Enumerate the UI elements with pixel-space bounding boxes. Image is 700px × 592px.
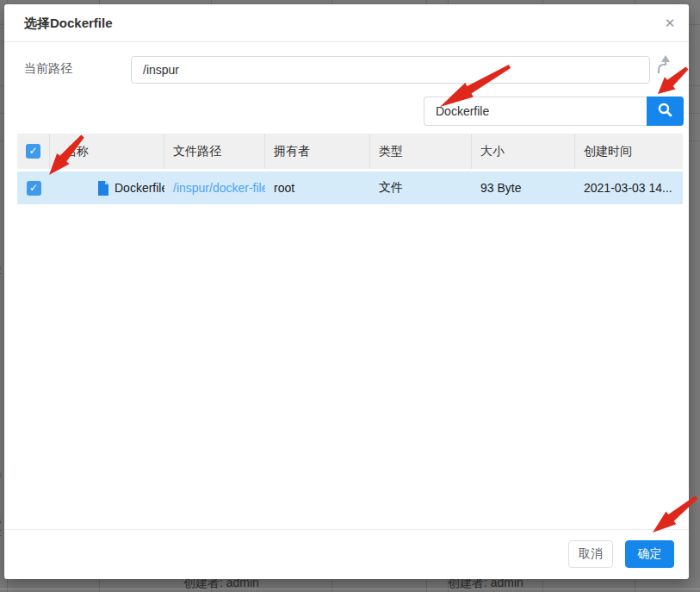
search-group: [424, 97, 684, 126]
file-created: 2021-03-03 14...: [575, 171, 683, 204]
file-owner: root: [265, 171, 370, 204]
close-icon[interactable]: ✕: [661, 15, 678, 32]
current-path-input[interactable]: [131, 56, 650, 84]
table-row[interactable]: ✓ Dockerfile /inspur/docker-file root 文件…: [17, 171, 683, 204]
column-header-owner[interactable]: 拥有者: [265, 134, 370, 169]
current-path-label: 当前路径: [24, 61, 72, 77]
file-icon: [97, 181, 109, 196]
dialog-title: 选择Dockerfile: [24, 16, 113, 32]
column-header-size[interactable]: 大小: [472, 134, 575, 169]
search-button[interactable]: [647, 97, 684, 126]
bg-dimmed-text: p: [0, 468, 1, 481]
confirm-button[interactable]: 确定: [625, 540, 674, 568]
row-checkbox[interactable]: ✓: [27, 181, 41, 196]
file-name-cell: Dockerfile: [50, 171, 164, 204]
select-dockerfile-dialog: 选择Dockerfile ✕ 当前路径 ✓ 名称 文件路径 拥有: [4, 4, 689, 579]
column-header-created[interactable]: 创建时间: [575, 134, 683, 169]
file-table: ✓ 名称 文件路径 拥有者 类型 大小 创建时间 ✓ Dockerfile: [17, 134, 683, 204]
search-icon: [657, 102, 673, 121]
dialog-footer: 取消 确定: [4, 529, 689, 579]
column-header-type[interactable]: 类型: [370, 134, 472, 169]
column-header-path[interactable]: 文件路径: [164, 134, 265, 169]
bg-dimmed-text: 2: [0, 526, 1, 539]
table-header-row: ✓ 名称 文件路径 拥有者 类型 大小 创建时间: [17, 134, 683, 169]
column-header-name[interactable]: 名称: [50, 134, 164, 169]
file-name: Dockerfile: [115, 181, 164, 195]
bg-dimmed-text: 2: [0, 264, 1, 277]
bg-table-line: [0, 589, 700, 589]
file-type: 文件: [370, 171, 472, 204]
file-path-link[interactable]: /inspur/docker-file: [173, 181, 265, 195]
cancel-button[interactable]: 取消: [568, 540, 613, 568]
dialog-header: 选择Dockerfile ✕: [4, 4, 689, 42]
select-all-checkbox[interactable]: ✓: [26, 144, 40, 159]
search-input[interactable]: [424, 97, 647, 126]
file-size: 93 Byte: [472, 171, 575, 204]
up-level-icon[interactable]: [654, 52, 673, 76]
